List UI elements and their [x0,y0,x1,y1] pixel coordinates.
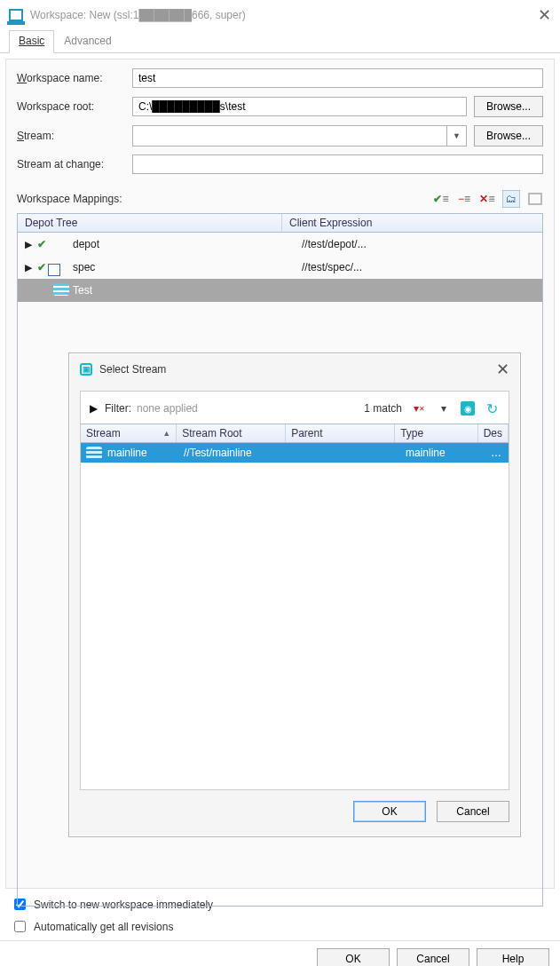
auto-get-label: Automatically get all revisions [34,921,173,933]
stream-at-change-input[interactable] [132,154,543,174]
stream-table-header: Stream▲ Stream Root Parent Type Des [81,424,509,443]
tree-col-client[interactable]: Client Expression [282,214,542,232]
tree-expr: //test/spec/... [302,261,362,273]
tree-col-depot[interactable]: Depot Tree [18,214,282,232]
separator [0,940,560,941]
stream-browse-button[interactable]: Browse... [474,125,543,146]
col-description[interactable]: Des [478,424,509,442]
expand-icon [25,285,35,296]
stream-desc: … [485,447,509,459]
check-icon: ✔ [37,238,46,250]
tree-name: Test [73,284,92,297]
dialog-icon: ▣ [80,363,92,376]
tree-header: Depot Tree Client Expression [17,213,543,233]
row-workspace-name: Workspace name: [17,68,543,88]
workspace-root-label: Workspace root: [17,100,132,113]
filter-row: ▶ Filter: none applied 1 match ▾✕ ▾ ◉ ↻ [81,400,509,424]
mappings-header: Workspace Mappings: ✔≡ −≡ ✕≡ 🗂 [17,190,543,208]
stream-name: mainline [107,447,147,459]
tab-basic[interactable]: Basic [9,30,54,53]
row-stream-at-change: Stream at change: [17,154,543,174]
filter-label: Filter: [105,402,131,415]
tree-name: depot [73,238,99,250]
filter-value: none applied [137,402,198,415]
help-button[interactable]: Help [477,948,549,966]
exclude-x-icon[interactable]: ✕≡ [479,191,495,207]
sort-asc-icon: ▲ [162,429,170,438]
stream-row-mainline[interactable]: mainline //Test/mainline mainline … [81,443,509,463]
workspace-name-input[interactable] [132,68,543,88]
chevron-down-icon[interactable]: ▼ [446,126,466,146]
footer-buttons: OK Cancel Help [0,948,560,966]
dialog-buttons: OK Cancel [69,801,520,822]
dialog-close-icon[interactable]: ✕ [496,360,509,379]
run-filter-icon[interactable]: ▶ [90,402,98,415]
window-title: Workspace: New (ssl:1███████666, super) [30,9,246,21]
tree-row-test[interactable]: Test [18,279,542,302]
stream-value [133,126,446,146]
tree-row-spec[interactable]: ▶ ✔ spec //test/spec/... [18,256,542,279]
settings-icon[interactable]: ◉ [461,401,475,416]
tab-strip: Basic Advanced [0,30,560,53]
window-close-icon[interactable]: ✕ [538,5,551,25]
database-icon [53,237,67,251]
row-stream: Stream: ▼ Browse... [17,125,543,146]
stream-at-change-label: Stream at change: [17,158,132,170]
cancel-button[interactable]: Cancel [397,948,469,966]
tree-view-icon[interactable]: 🗂 [502,190,520,208]
tab-advanced[interactable]: Advanced [54,30,121,53]
filter-funnel-icon[interactable]: ▾ [436,400,452,416]
mappings-label: Workspace Mappings: [17,193,122,205]
workspace-name-label: Workspace name: [17,72,132,84]
expand-icon[interactable]: ▶ [25,262,35,273]
check-icon: ✔ [37,261,46,273]
stream-table-body [81,463,509,789]
col-stream[interactable]: Stream▲ [81,424,177,442]
expand-icon[interactable]: ▶ [25,239,35,250]
clear-filter-icon[interactable]: ▾✕ [411,400,427,416]
tab-basic-label: Basic [19,35,44,47]
titlebar: Workspace: New (ssl:1███████666, super) … [0,0,560,30]
mappings-toolbar: ✔≡ −≡ ✕≡ 🗂 [433,190,543,208]
exclude-minus-icon[interactable]: −≡ [456,191,472,207]
row-workspace-root: Workspace root: Browse... [17,96,543,117]
stream-type: mainline [400,447,485,459]
stream-icon [86,447,102,459]
dialog-cancel-button[interactable]: Cancel [437,801,509,822]
tree-expr: //test/depot/... [302,238,367,250]
tree-name: spec [73,261,95,273]
auto-get-checkbox[interactable] [14,921,26,932]
workspace-root-input[interactable] [132,97,467,116]
select-stream-dialog: ▣ Select Stream ✕ ▶ Filter: none applied… [68,352,521,837]
database-doc-icon [53,260,67,274]
stream-label: Stream: [17,130,132,142]
auto-get-option[interactable]: Automatically get all revisions [11,918,549,935]
workspace-root-browse-button[interactable]: Browse... [474,96,543,117]
dialog-body: ▶ Filter: none applied 1 match ▾✕ ▾ ◉ ↻ … [80,391,509,790]
tree-row-depot[interactable]: ▶ ✔ depot //test/depot/... [18,233,542,256]
stream-combobox[interactable]: ▼ [132,125,467,146]
col-stream-root[interactable]: Stream Root [177,424,286,442]
list-view-icon[interactable] [527,191,543,207]
ok-button[interactable]: OK [317,948,390,966]
main-panel: Workspace name: Workspace root: Browse..… [5,59,555,889]
include-icon[interactable]: ✔≡ [433,191,449,207]
stream-root: //Test/mainline [178,447,289,459]
col-parent[interactable]: Parent [286,424,395,442]
col-type[interactable]: Type [395,424,478,442]
stream-icon [53,283,67,297]
app-icon [9,9,23,21]
dialog-title-text: Select Stream [99,363,166,376]
refresh-icon[interactable]: ↻ [484,400,500,416]
dialog-ok-button[interactable]: OK [353,801,426,822]
match-count: 1 match [364,402,402,415]
dialog-titlebar: ▣ Select Stream ✕ [69,353,520,385]
tab-advanced-label: Advanced [64,35,111,47]
